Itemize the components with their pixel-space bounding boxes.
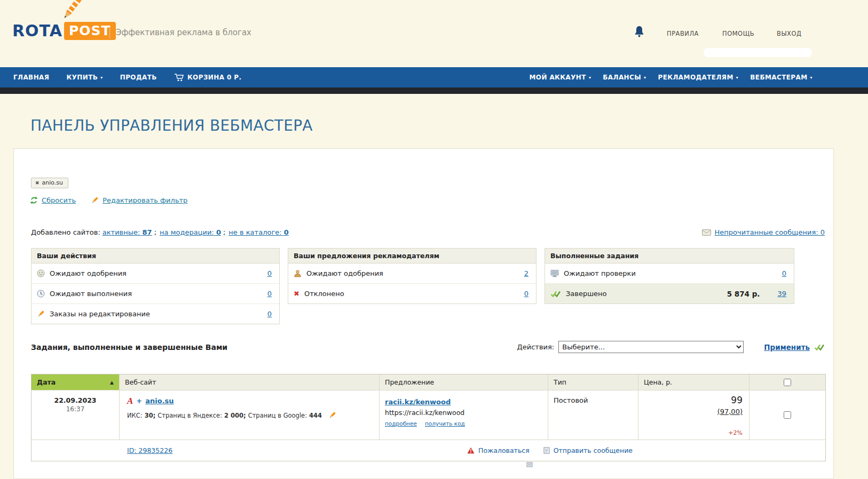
tasks-table: Дата ▲ Веб-сайт Предложение Тип Цена, р. [31,374,826,461]
nav-my-account[interactable]: МОЙ АККАУНТ ▾ [529,74,591,81]
double-check-icon [550,290,561,298]
nav-buy-label: КУПИТЬ [66,74,98,81]
select-all-checkbox[interactable] [784,379,791,386]
nav-webmasters[interactable]: ВЕБМАСТЕРАМ ▾ [750,74,812,81]
column-header-select [749,374,825,390]
rotapost-logo[interactable]: ROTA POST [12,21,116,40]
active-sites-link[interactable]: активные: 87 [102,228,152,236]
smiley-icon [37,269,45,277]
row-label: Ожидают проверки [564,269,636,277]
google-pages-label: Страниц в Google: [248,412,307,419]
expand-site-link[interactable]: + [136,397,142,405]
cart-icon [174,73,185,82]
price-bonus: +2% [728,429,743,436]
pending-execution-count-link[interactable]: 0 [267,290,272,298]
pencil-icon [91,196,99,204]
task-time: 16:37 [31,405,119,413]
active-sites-count: 87 [143,228,152,236]
pencil-logo-icon [58,0,84,24]
edit-orders-count-link[interactable]: 0 [267,310,272,318]
complain-link[interactable]: Пожаловаться [478,446,530,454]
row-checkbox[interactable] [784,411,791,419]
nav-sell[interactable]: ПРОДАТЬ [120,74,157,81]
apply-button[interactable]: Применить [764,343,810,352]
sites-summary-line: Добавлено сайтов: активные: 87 ; на моде… [31,228,825,236]
main-navigation: ГЛАВНАЯ КУПИТЬ ▾ ПРОДАТЬ КОРЗИНА 0 Р. МО… [0,67,868,87]
completed-count-link[interactable]: 39 [777,290,786,298]
cell-type: Постовой [548,390,638,440]
offers-pending-count-link[interactable]: 2 [524,269,528,277]
moderation-sites-link[interactable]: на модерации: 0 [160,228,221,236]
rejected-x-icon: ✖ [294,290,299,297]
nav-home[interactable]: ГЛАВНАЯ [13,74,49,81]
iks-label: ИКС: [127,412,143,419]
nav-advertisers[interactable]: РЕКЛАМОДАТЕЛЯМ ▾ [658,74,739,81]
tasks-actions: Действия: Выберите... Применить [517,341,825,353]
content-panel: ✖ anio.su Сбросить Редактировать фильтр [13,148,834,479]
user-icon [294,269,302,277]
unread-messages-link[interactable]: Непрочитанные сообщения: 0 [715,228,825,236]
your-actions-card: Ваши действия Ожидают одобрения 0 [31,248,280,324]
refresh-icon [30,196,38,204]
notification-bell-icon[interactable] [634,26,644,39]
column-header-type: Тип [548,374,638,390]
top-link-help[interactable]: ПОМОЩЬ [722,30,754,37]
column-header-date[interactable]: Дата ▲ [31,374,120,390]
offer-link[interactable]: racii.kz/kenwood [385,398,451,406]
row-label: Ожидают выполнения [50,290,132,298]
price-net-link[interactable]: (97,00) [717,408,743,416]
not-in-catalog-link[interactable]: не в каталоге: 0 [228,228,288,236]
card-title: Ваши действия [31,249,279,264]
nav-home-label: ГЛАВНАЯ [13,74,49,81]
card-row-pending-review: Ожидают проверки 0 [545,264,794,284]
column-header-date-label: Дата [37,378,56,386]
nav-cart-label: КОРЗИНА 0 Р. [187,74,242,81]
envelope-icon [702,229,711,236]
nav-balances-label: БАЛАНСЫ [603,74,641,81]
card-row-offers-rejected: ✖ Отклонено 0 [288,284,536,304]
card-row-offers-pending: Ожидают одобрения 2 [288,264,536,284]
nav-cart[interactable]: КОРЗИНА 0 Р. [174,73,242,82]
completed-tasks-card: Выполненные задания Ожидают проверки 0 [545,248,794,304]
nav-sell-label: ПРОДАТЬ [120,74,157,81]
details-link[interactable]: подробнее [385,420,417,427]
filter-tag[interactable]: ✖ anio.su [31,178,68,188]
get-code-link[interactable]: получить код [425,420,465,427]
logo-post-text: POST [64,22,116,40]
tagline: Эффективная реклама в блогах [116,28,251,37]
reset-filter-link[interactable]: Сбросить [42,196,76,204]
card-row-pending-execution: Ожидают выполнения 0 [31,284,279,304]
offers-rejected-count-link[interactable]: 0 [524,290,528,298]
column-header-offer: Предложение [380,374,548,390]
cell-site: A + anio.su ИКС: 30; Страниц в Яндексе: … [120,390,380,440]
site-link[interactable]: anio.su [145,397,173,405]
pending-review-count-link[interactable]: 0 [782,269,786,277]
edit-site-pencil-icon[interactable] [328,411,336,419]
price-gross: 99 [645,395,743,405]
not-in-catalog-label: не в каталоге: [228,228,281,236]
send-message-link[interactable]: Отправить сообщение [554,446,633,454]
tasks-section-title: Задания, выполненные и завершенные Вами [31,343,227,352]
row-label: Отклонено [304,290,344,298]
actions-select[interactable]: Выберите... [558,341,744,353]
cell-date: 22.09.2023 16:37 [31,390,120,440]
google-pages-value: 444 [309,412,322,419]
your-offers-card: Ваши предложения рекламодателям Ожидают … [288,248,536,304]
separator: ; [154,228,156,236]
card-title: Ваши предложения рекламодателям [288,249,536,264]
row-label: Ожидают одобрения [306,269,383,277]
clock-icon [37,290,45,298]
nav-buy[interactable]: КУПИТЬ ▾ [66,74,102,81]
close-icon[interactable]: ✖ [35,180,40,186]
moderation-sites-count: 0 [216,228,221,236]
task-id-link[interactable]: ID: 29835226 [127,446,172,454]
offer-url: https://racii.kz/kenwood [385,409,542,417]
table-row-footer: ID: 29835226 Пожаловаться Отправить сооб… [31,440,825,461]
nav-balances[interactable]: БАЛАНСЫ ▾ [603,74,646,81]
top-link-logout[interactable]: ВЫХОД [777,30,801,37]
nav-advertisers-label: РЕКЛАМОДАТЕЛЯМ [658,74,733,81]
pending-approval-count-link[interactable]: 0 [267,269,272,277]
edit-filter-link[interactable]: Редактировать фильтр [102,196,187,204]
top-link-rules[interactable]: ПРАВИЛА [667,30,699,37]
iks-value: 30; [145,412,156,419]
